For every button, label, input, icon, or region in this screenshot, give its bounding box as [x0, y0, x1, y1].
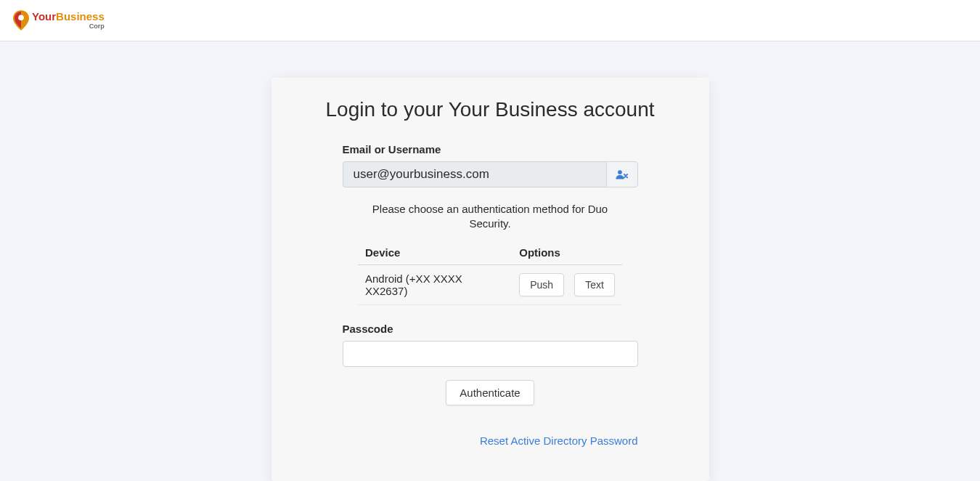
device-table: Device Options Android (+XX XXXX XX2637)…: [358, 240, 622, 305]
device-row: Android (+XX XXXX XX2637) Push Text: [358, 264, 622, 304]
app-header: YourBusiness Corp: [0, 0, 980, 41]
page-body: Login to your Your Business account Emai…: [0, 41, 980, 481]
svg-point-0: [18, 15, 24, 20]
push-button[interactable]: Push: [519, 273, 564, 296]
user-remove-icon: [616, 169, 628, 179]
login-card: Login to your Your Business account Emai…: [271, 78, 709, 481]
options-header: Options: [512, 240, 622, 265]
page-title: Login to your Your Business account: [306, 98, 674, 121]
email-label: Email or Username: [343, 143, 638, 155]
passcode-label: Passcode: [343, 323, 638, 335]
login-form: Email or Username Please choose an authe…: [306, 143, 674, 448]
svg-point-1: [618, 170, 622, 174]
email-input-group: [343, 161, 638, 187]
brand-sub: Corp: [32, 23, 105, 30]
map-pin-icon: [13, 10, 29, 31]
text-button[interactable]: Text: [574, 273, 615, 296]
clear-user-button[interactable]: [606, 161, 638, 187]
brand-name-part2: Business: [56, 10, 105, 23]
auth-help-text: Please choose an authentication method f…: [343, 202, 638, 232]
email-field[interactable]: [343, 161, 606, 187]
brand-logo: YourBusiness Corp: [13, 10, 105, 31]
brand-name-part1: Your: [32, 10, 56, 23]
authenticate-button[interactable]: Authenticate: [446, 380, 534, 405]
reset-password-link[interactable]: Reset Active Directory Password: [480, 434, 638, 447]
device-name: Android (+XX XXXX XX2637): [358, 264, 512, 304]
passcode-field[interactable]: [343, 341, 638, 367]
device-header: Device: [358, 240, 512, 265]
